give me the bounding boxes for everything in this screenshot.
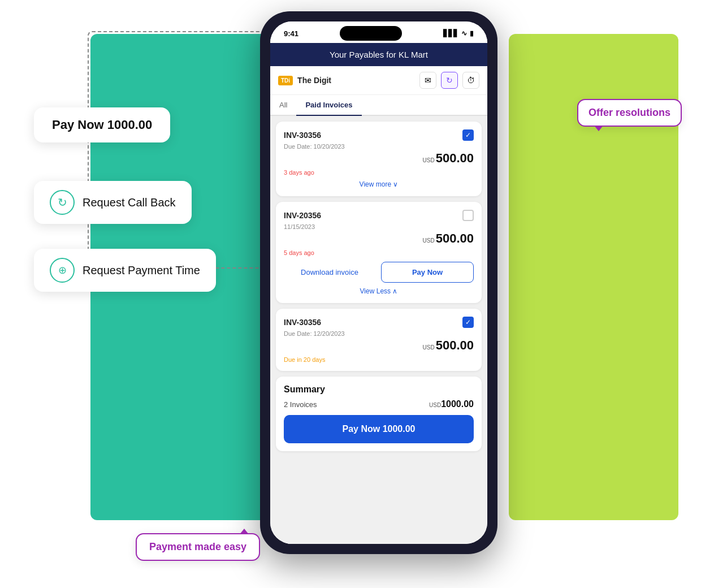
callout-offer-text: Offer resolutions <box>588 107 670 118</box>
pill-callback-label: Request Call Back <box>83 196 176 209</box>
vendor-icon-group: ✉ ↻ ⏱ <box>419 72 479 89</box>
phone-frame: 9:41 ▋▋▋ ∿ ▮ Your Payables for KL Mart T… <box>260 11 497 554</box>
mail-icon-button[interactable]: ✉ <box>419 72 436 89</box>
clock-icon: ⏱ <box>467 76 475 85</box>
tab-bar: All Paid Invoices <box>270 95 487 116</box>
app-header: Your Payables for KL Mart <box>270 43 487 66</box>
vendor-name: The Digit <box>297 76 419 85</box>
dotted-border-decoration <box>88 31 285 269</box>
chevron-down-icon: ∨ <box>393 180 398 188</box>
download-invoice-button[interactable]: Download invoice <box>284 262 375 283</box>
invoice-checkbox-1[interactable] <box>462 129 474 141</box>
invoice-status-1: 3 days ago <box>284 169 474 176</box>
vendor-logo: TDi <box>278 76 293 85</box>
pill-request-callback[interactable]: ↻ Request Call Back <box>34 181 192 224</box>
invoice-checkbox-3[interactable] <box>462 317 474 328</box>
vendor-bar: TDi The Digit ✉ ↻ ⏱ <box>270 66 487 95</box>
invoice-currency-1: USD <box>423 157 435 163</box>
invoice-currency-3: USD <box>423 344 435 351</box>
sync-icon-button[interactable]: ↻ <box>441 72 458 89</box>
view-less-2[interactable]: View Less ∧ <box>284 283 474 295</box>
app-header-title: Your Payables for KL Mart <box>330 50 428 59</box>
invoice-status-3: Due in 20 days <box>284 356 474 363</box>
view-more-1[interactable]: View more ∨ <box>284 176 474 188</box>
invoice-amount-row-1: USD 500.00 <box>284 151 474 166</box>
summary-amount-group: USD 1000.00 <box>429 399 474 409</box>
status-icons: ▋▋▋ ∿ ▮ <box>443 29 474 37</box>
callout-payment-text: Payment made easy <box>149 541 246 552</box>
phone-screen: 9:41 ▋▋▋ ∿ ▮ Your Payables for KL Mart T… <box>270 21 487 544</box>
invoice-id-3: INV-30356 <box>284 318 321 327</box>
callback-icon: ↻ <box>50 190 75 215</box>
invoice-id-2: INV-20356 <box>284 211 321 220</box>
invoice-id-1: INV-30356 <box>284 131 321 140</box>
sync-icon: ↻ <box>446 76 453 85</box>
invoice-status-2: 5 days ago <box>284 249 474 256</box>
invoice-checkbox-2[interactable] <box>462 210 474 221</box>
summary-total-amount: 1000.00 <box>441 399 474 409</box>
invoice-due-date-2: 11/15/2023 <box>284 223 474 230</box>
invoice-card-1: INV-30356 Due Date: 10/20/2023 USD 500.0… <box>276 122 482 196</box>
payment-time-icon: ⊕ <box>50 258 75 283</box>
callout-offer-resolutions: Offer resolutions <box>577 99 682 127</box>
invoice-currency-2: USD <box>423 237 435 244</box>
summary-row: 2 Invoices USD 1000.00 <box>284 399 474 409</box>
callout-payment-made-easy: Payment made easy <box>136 533 260 561</box>
invoice-card-3: INV-30356 Due Date: 12/20/2023 USD 500.0… <box>276 309 482 371</box>
invoice-amount-3: 500.00 <box>436 338 474 353</box>
summary-card: Summary 2 Invoices USD 1000.00 Pay Now 1… <box>276 377 482 451</box>
invoice-amount-row-2: USD 500.00 <box>284 231 474 246</box>
pill-pay-now-label: Pay Now 1000.00 <box>52 118 152 132</box>
tab-all[interactable]: All <box>270 95 296 116</box>
tab-paid-invoices[interactable]: Paid Invoices <box>296 95 361 116</box>
invoice-amount-2: 500.00 <box>436 231 474 246</box>
invoice-due-date-1: Due Date: 10/20/2023 <box>284 143 474 150</box>
pill-pay-now[interactable]: Pay Now 1000.00 <box>34 107 170 142</box>
summary-currency: USD <box>429 402 441 408</box>
pay-now-button-2[interactable]: Pay Now <box>381 262 474 283</box>
main-pay-button[interactable]: Pay Now 1000.00 <box>284 415 474 443</box>
wifi-icon: ∿ <box>461 29 467 37</box>
invoice-list: INV-30356 Due Date: 10/20/2023 USD 500.0… <box>270 116 487 544</box>
invoice-card-2: INV-20356 11/15/2023 USD 500.00 5 days a… <box>276 202 482 303</box>
clock-icon-button[interactable]: ⏱ <box>462 72 479 89</box>
mail-icon: ✉ <box>425 76 431 85</box>
payment-time-icon-symbol: ⊕ <box>58 264 67 276</box>
battery-icon: ▮ <box>470 29 474 37</box>
invoice-header-2: INV-20356 <box>284 210 474 221</box>
pill-request-payment[interactable]: ⊕ Request Payment Time <box>34 249 216 292</box>
invoice-actions-2: Download invoice Pay Now <box>284 262 474 283</box>
invoice-amount-1: 500.00 <box>436 151 474 166</box>
invoice-header-3: INV-30356 <box>284 317 474 328</box>
chevron-up-icon: ∧ <box>392 287 397 295</box>
invoice-header-1: INV-30356 <box>284 129 474 141</box>
status-time: 9:41 <box>284 29 298 38</box>
summary-title: Summary <box>284 384 474 395</box>
status-bar: 9:41 ▋▋▋ ∿ ▮ <box>270 21 487 43</box>
pill-payment-label: Request Payment Time <box>83 264 200 277</box>
invoice-due-date-3: Due Date: 12/20/2023 <box>284 330 474 337</box>
invoice-amount-row-3: USD 500.00 <box>284 338 474 353</box>
signal-icon: ▋▋▋ <box>443 29 458 37</box>
callback-icon-symbol: ↻ <box>58 196 67 209</box>
summary-invoice-count: 2 Invoices <box>284 400 317 409</box>
dynamic-island <box>340 26 402 41</box>
